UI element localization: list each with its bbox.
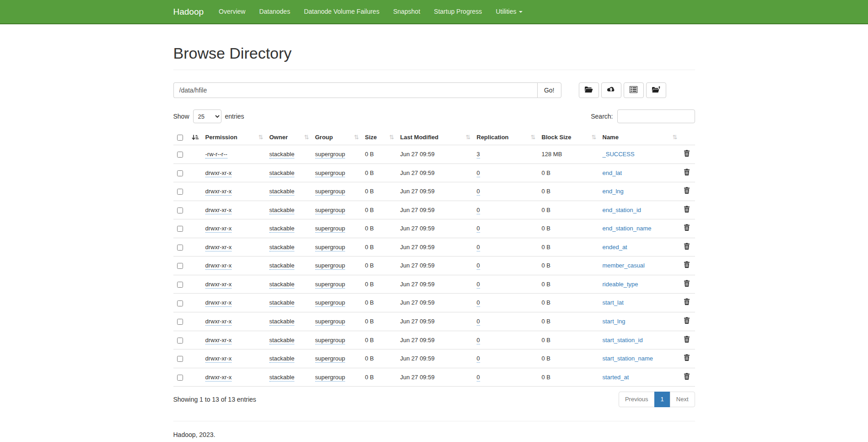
create-directory-button[interactable] bbox=[579, 82, 599, 98]
file-link[interactable]: start_lat bbox=[603, 299, 624, 306]
row-checkbox[interactable] bbox=[177, 207, 183, 213]
nav-item-utilities-dropdown[interactable]: Utilities bbox=[489, 0, 529, 23]
row-checkbox[interactable] bbox=[177, 356, 183, 362]
nav-item-snapshot[interactable]: Snapshot bbox=[386, 0, 427, 23]
replication-value[interactable]: 0 bbox=[477, 188, 480, 196]
file-link[interactable]: end_lng bbox=[603, 188, 624, 195]
nav-item-datanodes[interactable]: Datanodes bbox=[252, 0, 297, 23]
row-checkbox[interactable] bbox=[177, 375, 183, 381]
owner-value[interactable]: stackable bbox=[270, 374, 295, 382]
file-link[interactable]: member_casual bbox=[603, 262, 645, 269]
move-button[interactable] bbox=[646, 82, 666, 98]
replication-value[interactable]: 0 bbox=[477, 355, 480, 363]
trash-icon[interactable] bbox=[684, 150, 690, 157]
permission-value[interactable]: drwxr-xr-x bbox=[205, 188, 232, 196]
permission-value[interactable]: drwxr-xr-x bbox=[205, 225, 232, 233]
replication-value[interactable]: 0 bbox=[477, 207, 480, 214]
previous-page-button[interactable]: Previous bbox=[619, 392, 655, 407]
replication-value[interactable]: 0 bbox=[477, 318, 480, 326]
file-link[interactable]: ended_at bbox=[603, 244, 627, 251]
permission-value[interactable]: drwxr-xr-x bbox=[205, 374, 232, 382]
group-value[interactable]: supergroup bbox=[315, 225, 345, 233]
header-group[interactable]: Group⇅ bbox=[312, 130, 361, 145]
row-checkbox[interactable] bbox=[177, 152, 183, 158]
permission-value[interactable]: -rw-r--r-- bbox=[205, 151, 227, 158]
nav-item-startup-progress[interactable]: Startup Progress bbox=[427, 0, 489, 23]
permission-value[interactable]: drwxr-xr-x bbox=[205, 169, 232, 177]
navbar-brand[interactable]: Hadoop bbox=[173, 7, 204, 17]
replication-value[interactable]: 0 bbox=[477, 374, 480, 382]
page-size-select[interactable]: 25 bbox=[193, 109, 221, 123]
row-checkbox[interactable] bbox=[177, 338, 183, 344]
header-block-size[interactable]: Block Size⇅ bbox=[538, 130, 599, 145]
owner-value[interactable]: stackable bbox=[270, 337, 295, 344]
header-permission[interactable]: Permission⇅ bbox=[202, 130, 266, 145]
file-link[interactable]: start_station_id bbox=[603, 337, 643, 344]
trash-icon[interactable] bbox=[684, 373, 690, 380]
row-checkbox[interactable] bbox=[177, 245, 183, 251]
trash-icon[interactable] bbox=[684, 206, 690, 213]
owner-value[interactable]: stackable bbox=[270, 244, 295, 251]
permission-value[interactable]: drwxr-xr-x bbox=[205, 244, 232, 251]
row-checkbox[interactable] bbox=[177, 319, 183, 325]
trash-icon[interactable] bbox=[684, 354, 690, 361]
directory-path-input[interactable] bbox=[173, 82, 537, 98]
sort-amount-asc-icon[interactable] bbox=[192, 135, 199, 142]
group-value[interactable]: supergroup bbox=[315, 299, 345, 307]
group-value[interactable]: supergroup bbox=[315, 337, 345, 344]
header-size[interactable]: Size⇅ bbox=[361, 130, 397, 145]
header-last-modified[interactable]: Last Modified⇅ bbox=[397, 130, 473, 145]
upload-file-button[interactable] bbox=[601, 82, 621, 98]
group-value[interactable]: supergroup bbox=[315, 318, 345, 326]
permission-value[interactable]: drwxr-xr-x bbox=[205, 318, 232, 326]
group-value[interactable]: supergroup bbox=[315, 151, 345, 158]
group-value[interactable]: supergroup bbox=[315, 188, 345, 196]
header-owner[interactable]: Owner⇅ bbox=[266, 130, 312, 145]
replication-value[interactable]: 3 bbox=[477, 151, 480, 158]
group-value[interactable]: supergroup bbox=[315, 207, 345, 214]
row-checkbox[interactable] bbox=[177, 263, 183, 269]
replication-value[interactable]: 0 bbox=[477, 244, 480, 251]
header-name[interactable]: Name⇅ bbox=[599, 130, 680, 145]
replication-value[interactable]: 0 bbox=[477, 299, 480, 307]
owner-value[interactable]: stackable bbox=[270, 318, 295, 326]
file-link[interactable]: end_station_name bbox=[603, 225, 652, 232]
owner-value[interactable]: stackable bbox=[270, 169, 295, 177]
owner-value[interactable]: stackable bbox=[270, 262, 295, 270]
owner-value[interactable]: stackable bbox=[270, 151, 295, 158]
select-all-checkbox[interactable] bbox=[177, 135, 183, 141]
row-checkbox[interactable] bbox=[177, 282, 183, 288]
group-value[interactable]: supergroup bbox=[315, 262, 345, 270]
permission-value[interactable]: drwxr-xr-x bbox=[205, 337, 232, 344]
replication-value[interactable]: 0 bbox=[477, 225, 480, 233]
group-value[interactable]: supergroup bbox=[315, 355, 345, 363]
row-checkbox[interactable] bbox=[177, 300, 183, 306]
file-link[interactable]: started_at bbox=[603, 374, 629, 381]
owner-value[interactable]: stackable bbox=[270, 355, 295, 363]
next-page-button[interactable]: Next bbox=[670, 392, 695, 407]
file-link[interactable]: start_lng bbox=[603, 318, 625, 325]
trash-icon[interactable] bbox=[684, 298, 690, 305]
permission-value[interactable]: drwxr-xr-x bbox=[205, 299, 232, 307]
permission-value[interactable]: drwxr-xr-x bbox=[205, 355, 232, 363]
group-value[interactable]: supergroup bbox=[315, 244, 345, 251]
group-value[interactable]: supergroup bbox=[315, 374, 345, 382]
trash-icon[interactable] bbox=[684, 187, 690, 194]
replication-value[interactable]: 0 bbox=[477, 337, 480, 344]
trash-icon[interactable] bbox=[684, 280, 690, 287]
trash-icon[interactable] bbox=[684, 169, 690, 175]
nav-item-datanode-volume-failures[interactable]: Datanode Volume Failures bbox=[297, 0, 386, 23]
trash-icon[interactable] bbox=[684, 243, 690, 250]
file-link[interactable]: rideable_type bbox=[603, 281, 638, 288]
row-checkbox[interactable] bbox=[177, 170, 183, 176]
file-link[interactable]: start_station_name bbox=[603, 355, 653, 362]
permission-value[interactable]: drwxr-xr-x bbox=[205, 281, 232, 289]
trash-icon[interactable] bbox=[684, 261, 690, 268]
page-1-button[interactable]: 1 bbox=[654, 392, 670, 407]
search-input[interactable] bbox=[617, 109, 695, 123]
file-link[interactable]: end_lat bbox=[603, 169, 622, 176]
file-link[interactable]: end_station_id bbox=[603, 207, 642, 213]
trash-icon[interactable] bbox=[684, 336, 690, 343]
owner-value[interactable]: stackable bbox=[270, 225, 295, 233]
replication-value[interactable]: 0 bbox=[477, 262, 480, 270]
